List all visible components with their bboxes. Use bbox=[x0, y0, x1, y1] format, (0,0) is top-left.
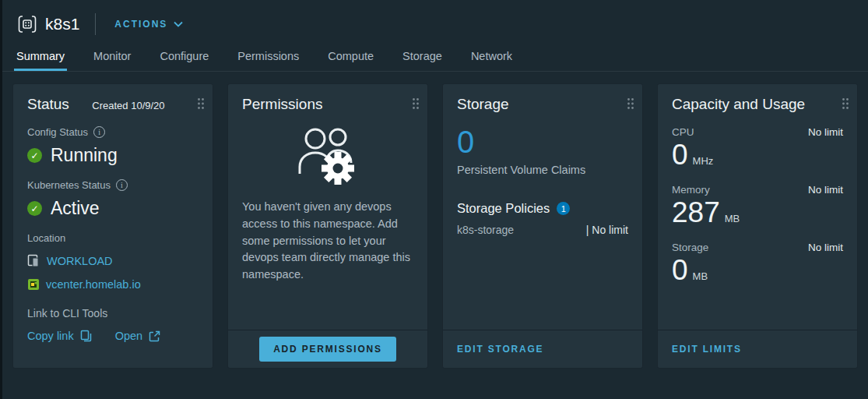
drag-handle-icon[interactable] bbox=[197, 97, 205, 110]
info-icon[interactable]: i bbox=[93, 126, 105, 138]
drag-handle-icon[interactable] bbox=[627, 97, 634, 110]
vcenter-link[interactable]: vcenter.homelab.io bbox=[27, 278, 199, 291]
cpu-value: 0 bbox=[672, 140, 688, 171]
vcenter-icon bbox=[27, 278, 40, 291]
pvc-label: Persistent Volume Claims bbox=[457, 164, 628, 176]
pvc-count: 0 bbox=[457, 125, 628, 158]
memory-label: Memory bbox=[672, 184, 710, 196]
kubernetes-status-value: Active bbox=[51, 198, 100, 219]
policy-limit: | No limit bbox=[586, 224, 628, 236]
add-permissions-button[interactable]: ADD PERMISSIONS bbox=[259, 337, 396, 362]
config-status-label: Config Status bbox=[27, 126, 88, 138]
tab-network[interactable]: Network bbox=[469, 45, 515, 71]
memory-value: 287 bbox=[672, 198, 720, 228]
copy-icon bbox=[80, 330, 92, 342]
page-title: k8s1 bbox=[45, 15, 79, 34]
memory-unit: MB bbox=[725, 213, 740, 224]
cpu-label: CPU bbox=[672, 126, 694, 138]
edit-limits-link[interactable]: EDIT LIMITS bbox=[658, 344, 742, 355]
tab-monitor[interactable]: Monitor bbox=[91, 45, 133, 71]
capacity-card-title: Capacity and Usage bbox=[672, 96, 805, 113]
created-date: Created 10/9/20 bbox=[92, 100, 164, 111]
status-card-title: Status bbox=[27, 96, 69, 113]
info-icon[interactable]: i bbox=[116, 179, 128, 191]
policy-name: k8s-storage bbox=[457, 224, 514, 236]
workload-link[interactable]: WORKLOAD bbox=[27, 254, 199, 268]
capacity-card: Capacity and Usage CPU No limit 0 MHz bbox=[657, 83, 858, 369]
status-card: Status Created 10/9/20 Config Status i ✓… bbox=[12, 83, 213, 369]
storage-card-title: Storage bbox=[457, 96, 509, 113]
chevron-down-icon bbox=[174, 21, 183, 27]
actions-menu-button[interactable]: ACTIONS bbox=[114, 19, 183, 30]
location-label: Location bbox=[27, 232, 65, 244]
cli-tools-label: Link to CLI Tools bbox=[27, 307, 107, 320]
storage-card: Storage 0 Persistent Volume Claims Stora… bbox=[442, 83, 643, 369]
cpu-limit: No limit bbox=[808, 126, 843, 138]
open-link[interactable]: Open bbox=[115, 330, 160, 342]
tab-compute[interactable]: Compute bbox=[325, 45, 376, 71]
memory-limit: No limit bbox=[808, 184, 843, 196]
external-link-icon bbox=[149, 330, 160, 342]
success-check-icon: ✓ bbox=[27, 201, 42, 216]
permissions-empty-message: You haven't given any devops access to t… bbox=[228, 189, 427, 284]
storage-value: 0 bbox=[672, 256, 688, 286]
permissions-card: Permissions bbox=[227, 83, 428, 369]
drag-handle-icon[interactable] bbox=[412, 97, 420, 110]
permissions-card-title: Permissions bbox=[242, 96, 322, 113]
namespace-icon bbox=[17, 14, 37, 34]
summary-cards: Status Created 10/9/20 Config Status i ✓… bbox=[0, 72, 868, 369]
left-edge-strip bbox=[0, 0, 2, 399]
success-check-icon: ✓ bbox=[27, 148, 42, 163]
storage-label: Storage bbox=[672, 242, 708, 253]
kubernetes-status-label: Kubernetes Status bbox=[27, 179, 111, 191]
storage-policies-label: Storage Policies bbox=[457, 201, 550, 216]
edit-storage-link[interactable]: EDIT STORAGE bbox=[443, 344, 543, 355]
config-status-value: Running bbox=[51, 145, 118, 166]
copy-link[interactable]: Copy link bbox=[27, 330, 92, 342]
memory-usage-row: Memory No limit 287 MB bbox=[672, 184, 843, 228]
tab-bar: Summary Monitor Configure Permissions Co… bbox=[0, 45, 868, 72]
storage-unit: MB bbox=[693, 270, 708, 282]
storage-usage-row: Storage No limit 0 MB bbox=[672, 242, 843, 286]
header-divider bbox=[95, 13, 96, 35]
cpu-usage-row: CPU No limit 0 MHz bbox=[672, 126, 843, 171]
drag-handle-icon[interactable] bbox=[842, 97, 849, 110]
tab-storage[interactable]: Storage bbox=[400, 45, 445, 71]
tab-summary[interactable]: Summary bbox=[14, 45, 67, 71]
actions-label: ACTIONS bbox=[114, 19, 167, 30]
object-header: k8s1 ACTIONS bbox=[0, 0, 868, 36]
users-gear-icon bbox=[289, 125, 367, 186]
workload-icon bbox=[27, 254, 40, 268]
storage-limit: No limit bbox=[808, 242, 843, 253]
tab-configure[interactable]: Configure bbox=[157, 45, 211, 71]
cpu-unit: MHz bbox=[693, 155, 714, 167]
tab-permissions[interactable]: Permissions bbox=[235, 45, 301, 71]
policies-count-badge: 1 bbox=[557, 202, 570, 215]
